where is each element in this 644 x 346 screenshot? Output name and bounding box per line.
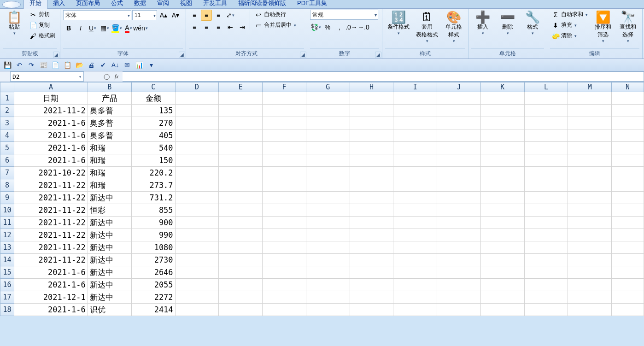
tab-6[interactable]: 视图: [175, 0, 198, 8]
quick-print-button[interactable]: 🖨: [87, 60, 96, 70]
paste-qat-button[interactable]: 📋: [63, 60, 72, 70]
cell-K15[interactable]: [480, 266, 524, 279]
cell-D1[interactable]: [175, 92, 219, 105]
cell-M11[interactable]: [568, 217, 612, 229]
row-header-6[interactable]: 6: [0, 154, 14, 167]
cell-K7[interactable]: [480, 167, 524, 179]
cell-K4[interactable]: [480, 129, 524, 142]
open-button[interactable]: 📂: [75, 60, 84, 70]
cell-styles-button[interactable]: 🎨 单元格 样式 ▾: [442, 10, 465, 45]
dialog-launcher-number[interactable]: ◢: [375, 52, 381, 58]
tab-0[interactable]: 开始: [23, 0, 47, 9]
cell-D18[interactable]: [175, 304, 219, 316]
comma-button[interactable]: ,: [334, 22, 345, 33]
cell-D13[interactable]: [175, 241, 219, 254]
cell-D11[interactable]: [175, 217, 219, 229]
cell-N15[interactable]: [612, 266, 644, 279]
cell-A12[interactable]: 2021-11-22: [14, 229, 88, 241]
conditional-format-button[interactable]: 🔢 条件格式 ▾: [385, 10, 412, 37]
tab-1[interactable]: 插入: [47, 0, 70, 8]
cell-K1[interactable]: [480, 92, 524, 105]
undo-button[interactable]: ↶: [15, 60, 24, 70]
cell-J3[interactable]: [437, 117, 481, 129]
cell-G18[interactable]: [306, 304, 350, 316]
indent-decrease-button[interactable]: ⇤: [225, 22, 236, 33]
cell-C14[interactable]: 2730: [131, 254, 175, 266]
cell-H15[interactable]: [350, 266, 393, 279]
cell-N14[interactable]: [612, 254, 644, 266]
cell-M13[interactable]: [568, 241, 612, 254]
cell-F2[interactable]: [263, 105, 306, 117]
cell-D5[interactable]: [175, 142, 219, 154]
format-as-table-button[interactable]: 🗓 套用 表格格式 ▾: [414, 10, 440, 45]
cell-I7[interactable]: [393, 167, 437, 179]
phonetic-button[interactable]: wén▾: [135, 23, 146, 34]
circle-icon[interactable]: ◯: [102, 72, 111, 81]
cell-E9[interactable]: [219, 192, 263, 204]
cell-H7[interactable]: [350, 167, 393, 179]
cell-M5[interactable]: [568, 142, 612, 154]
new-button[interactable]: 📄: [51, 60, 60, 70]
accounting-button[interactable]: 💱▾: [310, 22, 321, 33]
cell-N8[interactable]: [612, 179, 644, 192]
cell-L4[interactable]: [524, 129, 568, 142]
cell-G10[interactable]: [306, 204, 350, 217]
cell-F4[interactable]: [263, 129, 306, 142]
cell-L14[interactable]: [524, 254, 568, 266]
cell-N11[interactable]: [612, 217, 644, 229]
cell-L12[interactable]: [524, 229, 568, 241]
cell-E16[interactable]: [219, 279, 263, 291]
cell-K8[interactable]: [480, 179, 524, 192]
cell-M18[interactable]: [568, 304, 612, 316]
cell-J6[interactable]: [437, 154, 481, 167]
row-header-14[interactable]: 14: [0, 254, 14, 266]
row-header-13[interactable]: 13: [0, 241, 14, 254]
cell-L15[interactable]: [524, 266, 568, 279]
cell-I6[interactable]: [393, 154, 437, 167]
cell-J9[interactable]: [437, 192, 481, 204]
cell-N6[interactable]: [612, 154, 644, 167]
cell-C12[interactable]: 990: [131, 229, 175, 241]
cell-G15[interactable]: [306, 266, 350, 279]
cell-E14[interactable]: [219, 254, 263, 266]
decrease-font-button[interactable]: A▾: [170, 10, 181, 21]
select-all-corner[interactable]: [0, 82, 14, 92]
cell-K9[interactable]: [480, 192, 524, 204]
cell-D4[interactable]: [175, 129, 219, 142]
cell-H13[interactable]: [350, 241, 393, 254]
cell-E4[interactable]: [219, 129, 263, 142]
cell-H12[interactable]: [350, 229, 393, 241]
cell-E2[interactable]: [219, 105, 263, 117]
cell-A8[interactable]: 2021-11-22: [14, 179, 88, 192]
cell-M3[interactable]: [568, 117, 612, 129]
align-center-button[interactable]: ≡: [201, 22, 212, 33]
indent-increase-button[interactable]: ⇥: [237, 22, 248, 33]
cell-I3[interactable]: [393, 117, 437, 129]
cell-C8[interactable]: 273.7: [131, 179, 175, 192]
row-header-4[interactable]: 4: [0, 129, 14, 142]
format-cells-button[interactable]: 🔧 格式▾: [521, 10, 544, 37]
sort-filter-button[interactable]: 🔽 排序和 筛选▾: [591, 10, 615, 45]
cell-K10[interactable]: [480, 204, 524, 217]
cell-A3[interactable]: 2021-1-6: [14, 117, 88, 129]
cell-H2[interactable]: [350, 105, 393, 117]
cell-H10[interactable]: [350, 204, 393, 217]
sort-asc-button[interactable]: A↓: [111, 60, 120, 70]
cell-F17[interactable]: [263, 291, 306, 304]
cell-G1[interactable]: [306, 92, 350, 105]
cell-E18[interactable]: [219, 304, 263, 316]
cell-B7[interactable]: 和瑞: [88, 167, 131, 179]
col-header-L[interactable]: L: [524, 82, 568, 92]
cell-J4[interactable]: [437, 129, 481, 142]
cell-I4[interactable]: [393, 129, 437, 142]
row-header-2[interactable]: 2: [0, 105, 14, 117]
cell-J13[interactable]: [437, 241, 481, 254]
cell-A15[interactable]: 2021-1-6: [14, 266, 88, 279]
cell-G13[interactable]: [306, 241, 350, 254]
cell-F10[interactable]: [263, 204, 306, 217]
cell-I17[interactable]: [393, 291, 437, 304]
font-color-button[interactable]: A▾: [123, 23, 134, 34]
cell-G14[interactable]: [306, 254, 350, 266]
cell-L17[interactable]: [524, 291, 568, 304]
cell-F7[interactable]: [263, 167, 306, 179]
